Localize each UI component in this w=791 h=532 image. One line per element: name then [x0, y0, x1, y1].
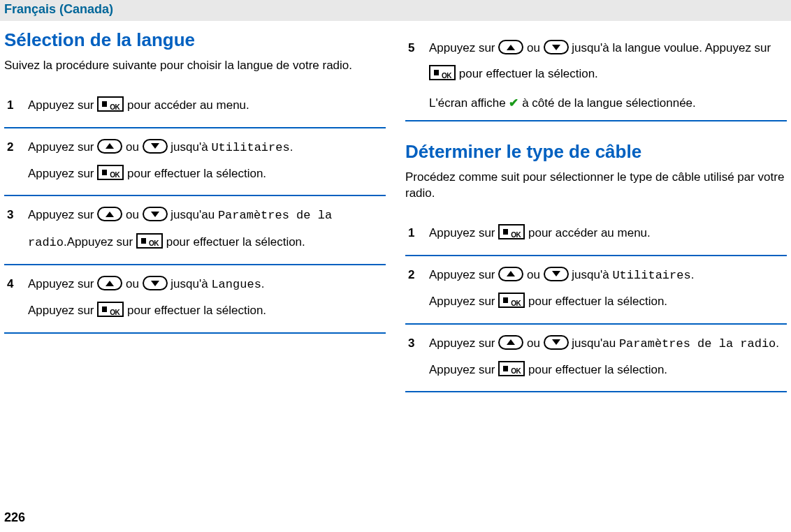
text-fragment: Appuyez sur: [429, 268, 498, 281]
ok-key-icon: [429, 65, 456, 80]
step-item: 3 Appuyez sur ou jusqu'au Paramètres de …: [405, 325, 787, 393]
up-arrow-key-icon: [498, 40, 523, 54]
text-fragment: jusqu'à: [572, 268, 612, 281]
ok-key-icon: [498, 224, 525, 239]
text-fragment: ou: [527, 337, 544, 350]
text-fragment: Appuyez sur: [28, 140, 97, 154]
text-fragment: pour effectuer la sélection.: [459, 67, 598, 80]
ok-key-icon: [97, 96, 124, 112]
step-text: Appuyez sur ou jusqu'à Langues. Appuyez …: [28, 271, 386, 324]
up-arrow-key-icon: [97, 276, 122, 290]
confirm-note: L'écran affiche ✔ à côté de la langue sé…: [429, 94, 787, 112]
text-fragment: jusqu'au: [572, 337, 619, 350]
text-fragment: ou: [527, 41, 544, 54]
text-fragment: ou: [126, 140, 143, 154]
step-number: 2: [408, 262, 429, 288]
text-fragment: .: [261, 277, 265, 290]
down-arrow-key-icon: [143, 139, 168, 154]
intro-text-a: Suivez la procédure suivante pour choisi…: [4, 58, 386, 74]
step-item: 2 Appuyez sur ou jusqu'à Utilitaires. Ap…: [405, 256, 787, 325]
step-text: Appuyez sur ou jusqu'à Utilitaires. Appu…: [429, 262, 787, 315]
text-fragment: Appuyez sur: [429, 226, 498, 239]
down-arrow-key-icon: [143, 276, 168, 290]
text-fragment: jusqu'à: [170, 277, 211, 290]
text-fragment: ou: [527, 268, 544, 281]
text-fragment: pour effectuer la sélection.: [127, 304, 266, 317]
ok-key-icon: [136, 233, 163, 249]
ok-key-icon: [498, 361, 525, 376]
step-item: 4 Appuyez sur ou jusqu'à Langues. Appuye…: [4, 265, 386, 334]
intro-text-b: Procédez comme suit pour sélectionner le…: [405, 170, 787, 202]
header-band: Français (Canada): [0, 0, 791, 21]
step-text: Appuyez sur ou jusqu'au Paramètres de la…: [28, 202, 386, 256]
step-text: Appuyez sur ou jusqu'à la langue voulue.…: [429, 35, 787, 112]
down-arrow-key-icon: [544, 40, 569, 54]
left-column: Sélection de la langue Suivez la procédu…: [4, 29, 386, 392]
step-text: Appuyez sur pour accéder au menu.: [28, 92, 386, 118]
text-fragment: jusqu'à la langue voulue. Appuyez sur: [572, 41, 771, 54]
down-arrow-key-icon: [143, 207, 168, 221]
ok-key-icon: [498, 293, 525, 308]
heading-language-selection: Sélection de la langue: [4, 29, 386, 51]
text-fragment: Appuyez sur: [28, 208, 97, 221]
text-fragment: jusqu'au: [170, 208, 218, 221]
page-body: Sélection de la langue Suivez la procédu…: [0, 21, 791, 392]
text-fragment: Appuyez sur: [28, 167, 97, 180]
step-number: 5: [408, 35, 429, 61]
step-number: 3: [408, 330, 429, 356]
step-item: 1 Appuyez sur pour accéder au menu.: [405, 214, 787, 256]
text-fragment: à côté de la langue sélectionnée.: [522, 96, 696, 110]
language-header: Français (Canada): [4, 2, 113, 16]
menu-literal: Paramètres de la radio: [619, 337, 776, 350]
text-fragment: Appuyez sur: [28, 98, 97, 112]
right-column: 5 Appuyez sur ou jusqu'à la langue voulu…: [405, 29, 787, 392]
text-fragment: Appuyez sur: [28, 277, 97, 290]
text-fragment: Appuyez sur: [429, 295, 498, 308]
text-fragment: .: [691, 268, 695, 281]
text-fragment: pour effectuer la sélection.: [528, 363, 667, 376]
step-number: 3: [7, 202, 28, 228]
step-text: Appuyez sur ou jusqu'au Paramètres de la…: [429, 330, 787, 383]
ok-key-icon: [97, 165, 124, 180]
text-fragment: Appuyez sur: [429, 41, 498, 54]
up-arrow-key-icon: [97, 139, 122, 154]
text-fragment: ou: [126, 208, 143, 221]
up-arrow-key-icon: [97, 207, 122, 221]
step-item: 3 Appuyez sur ou jusqu'au Paramètres de …: [4, 196, 386, 265]
menu-literal: Utilitaires: [612, 269, 690, 282]
text-fragment: jusqu'à: [170, 140, 211, 154]
menu-literal: Langues: [211, 278, 261, 291]
text-fragment: pour effectuer la sélection.: [528, 295, 667, 308]
heading-cable-type: Déterminer le type de câble: [405, 141, 787, 163]
step-number: 2: [7, 134, 28, 160]
text-fragment: .Appuyez sur: [64, 235, 136, 249]
steps-a-continued: 5 Appuyez sur ou jusqu'à la langue voulu…: [405, 29, 787, 121]
text-fragment: Appuyez sur: [429, 337, 498, 350]
text-fragment: pour effectuer la sélection.: [127, 167, 266, 180]
text-fragment: pour effectuer la sélection.: [166, 235, 305, 249]
text-fragment: pour accéder au menu.: [528, 226, 651, 239]
up-arrow-key-icon: [498, 267, 523, 281]
menu-literal: Utilitaires: [211, 141, 289, 154]
page-number: 226: [4, 510, 25, 525]
up-arrow-key-icon: [498, 335, 523, 350]
text-fragment: ou: [126, 277, 143, 290]
step-text: Appuyez sur pour accéder au menu.: [429, 220, 787, 246]
text-fragment: pour accéder au menu.: [127, 98, 249, 112]
step-text: Appuyez sur ou jusqu'à Utilitaires. Appu…: [28, 134, 386, 187]
step-number: 1: [7, 92, 28, 118]
step-item: 1 Appuyez sur pour accéder au menu.: [4, 87, 386, 128]
section-cable-type: Déterminer le type de câble Procédez com…: [405, 141, 787, 392]
text-fragment: L'écran affiche: [429, 96, 509, 110]
steps-b: 1 Appuyez sur pour accéder au menu. 2 Ap…: [405, 214, 787, 392]
down-arrow-key-icon: [544, 335, 569, 350]
step-item: 2 Appuyez sur ou jusqu'à Utilitaires. Ap…: [4, 128, 386, 197]
step-number: 1: [408, 220, 429, 246]
text-fragment: .: [290, 140, 293, 154]
down-arrow-key-icon: [544, 267, 569, 281]
step-item: 5 Appuyez sur ou jusqu'à la langue voulu…: [405, 29, 787, 121]
text-fragment: Appuyez sur: [28, 304, 97, 317]
steps-a: 1 Appuyez sur pour accéder au menu. 2 Ap…: [4, 87, 386, 334]
check-icon: ✔: [509, 96, 518, 110]
ok-key-icon: [97, 302, 124, 317]
